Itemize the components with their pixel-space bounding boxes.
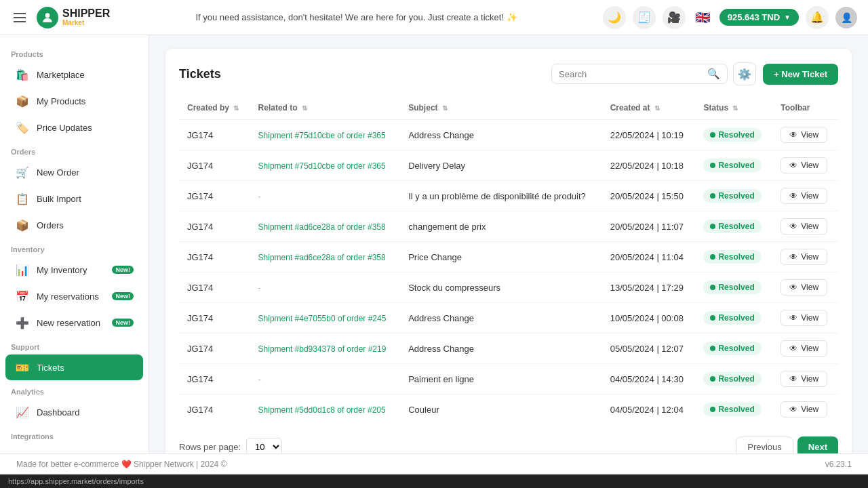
section-products-label: Products [0,43,149,61]
sidebar-item-new-reservation[interactable]: ➕ New reservation New! [5,310,143,336]
cell-toolbar: 👁 View [772,303,838,333]
cell-toolbar: 👁 View [772,364,838,394]
col-subject[interactable]: Subject ⇅ [400,96,602,120]
cell-created-by: JG174 [179,333,250,364]
logo-sub: Market [62,19,110,26]
status-badge: Resolved [703,281,761,294]
cell-related-to: Shipment #75d10cbe of order #365 [250,150,401,181]
sort-created-by-icon: ⇅ [233,104,239,112]
language-flag-btn[interactable]: 🇬🇧 [692,10,713,25]
view-btn[interactable]: 👁 View [781,340,827,357]
my-reservations-icon: 📅 [15,289,30,304]
related-link[interactable]: Shipment #bd934378 of order #219 [258,344,387,354]
video-icon-btn[interactable]: 🎥 [663,6,686,29]
col-toolbar: Toolbar [772,96,838,120]
tickets-table: Created by ⇅ Related to ⇅ Subject ⇅ Cr [179,96,838,424]
avatar-btn[interactable]: 👤 [835,7,857,28]
view-btn[interactable]: 👁 View [781,310,827,326]
cell-subject: Stock du compresseurs [400,272,602,303]
related-link[interactable]: Shipment #75d10cbe of order #365 [258,131,386,140]
notification-btn[interactable]: 🔔 [806,6,829,29]
view-btn[interactable]: 👁 View [781,188,827,204]
sidebar-item-my-products[interactable]: 📦 My Products [5,88,143,114]
new-reservation-badge: New! [112,319,134,327]
col-created-at[interactable]: Created at ⇅ [602,96,696,120]
sidebar-item-tickets[interactable]: 🎫 Tickets [5,354,143,380]
my-inventory-badge: New! [112,266,134,274]
sort-status-icon: ⇅ [732,104,738,112]
cell-created-at: 10/05/2024 | 00:08 [602,303,696,333]
logo-icon [37,7,58,28]
footer-version: v6.23.1 [825,460,852,469]
sidebar-item-marketplace[interactable]: 🛍️ Marketplace [5,62,143,87]
sidebar-item-bulk-import[interactable]: 📋 Bulk Import [5,186,143,211]
eye-icon: 👁 [789,374,797,384]
search-icon-btn[interactable]: 🔍 [707,68,720,80]
balance-arrow-icon: ▼ [784,14,791,21]
hamburger-btn[interactable] [11,10,28,25]
new-ticket-btn[interactable]: + New Ticket [763,64,838,85]
orders-icon: 📦 [15,218,30,232]
balance-btn[interactable]: 925.643 TND ▼ [719,9,799,26]
tickets-title: Tickets [179,67,551,81]
cell-status: Resolved [695,394,772,425]
tickets-icon: 🎫 [15,360,30,375]
view-btn[interactable]: 👁 View [781,371,827,387]
cell-subject: Address Change [400,303,602,333]
related-link[interactable]: Shipment #4e7055b0 of order #245 [258,314,387,323]
new-order-icon: 🛒 [15,165,30,180]
filter-btn[interactable]: ⚙️ [733,62,756,85]
related-link[interactable]: Shipment #ad6ce28a of order #358 [258,222,386,232]
related-link[interactable]: Shipment #ad6ce28a of order #358 [258,253,386,262]
cell-toolbar: 👁 View [772,272,838,303]
tickets-panel: Tickets 🔍 ⚙️ + New Ticket Created by ⇅ [165,49,852,453]
view-btn[interactable]: 👁 View [781,218,827,235]
view-btn[interactable]: 👁 View [781,157,827,174]
status-badge: Resolved [703,403,761,416]
cell-subject: Paiment en ligne [400,364,602,394]
cell-status: Resolved [695,120,772,150]
statusbar: https://app.shipper.market/orders/import… [0,474,868,488]
sidebar-item-new-order[interactable]: 🛒 New Order [5,159,143,185]
marketplace-icon: 🛍️ [15,67,30,82]
cell-status: Resolved [695,364,772,394]
next-btn[interactable]: Next [797,436,838,453]
tickets-header: Tickets 🔍 ⚙️ + New Ticket [179,62,838,85]
sort-created-at-icon: ⇅ [654,104,660,112]
cell-related-to: Shipment #4e7055b0 of order #245 [250,303,401,333]
cell-created-at: 22/05/2024 | 10:18 [602,150,696,181]
cell-toolbar: 👁 View [772,211,838,242]
eye-icon: 👁 [789,313,797,323]
eye-icon: 👁 [789,191,797,201]
sidebar-item-orders[interactable]: 📦 Orders [5,212,143,238]
sidebar-item-my-reservations[interactable]: 📅 My reservations New! [5,283,143,309]
receipt-icon-btn[interactable]: 🧾 [633,6,656,29]
sidebar-item-dashboard[interactable]: 📈 Dashboard [5,399,143,425]
view-btn[interactable]: 👁 View [781,401,827,418]
status-dot-icon [710,346,715,351]
view-btn[interactable]: 👁 View [781,249,827,265]
search-input[interactable] [559,69,703,79]
cell-created-by: JG174 [179,272,250,303]
rows-per-page-select[interactable]: 10 25 50 [246,438,282,453]
col-created-by[interactable]: Created by ⇅ [179,96,250,120]
previous-btn[interactable]: Previous [736,436,793,453]
view-btn[interactable]: 👁 View [781,127,827,143]
rows-per-page-label: Rows per page: [179,442,241,452]
status-dot-icon [710,193,715,199]
sidebar-item-price-updates[interactable]: 🏷️ Price Updates [5,115,143,140]
col-status[interactable]: Status ⇅ [695,96,772,120]
related-link[interactable]: Shipment #5dd0d1c8 of order #205 [258,405,386,415]
cell-created-by: JG174 [179,364,250,394]
view-btn[interactable]: 👁 View [781,279,827,296]
eye-icon: 👁 [789,283,797,292]
status-badge: Resolved [703,311,761,325]
sidebar-item-bulk-import-label: Bulk Import [37,194,81,204]
table-row: JG174 Shipment #4e7055b0 of order #245 A… [179,303,838,333]
my-products-icon: 📦 [15,94,30,108]
sidebar-item-my-inventory[interactable]: 📊 My Inventory New! [5,257,143,283]
col-related-to[interactable]: Related to ⇅ [250,96,401,120]
moon-icon-btn[interactable]: 🌙 [603,6,626,29]
related-link[interactable]: Shipment #75d10cbe of order #365 [258,161,386,171]
eye-icon: 👁 [789,161,797,170]
